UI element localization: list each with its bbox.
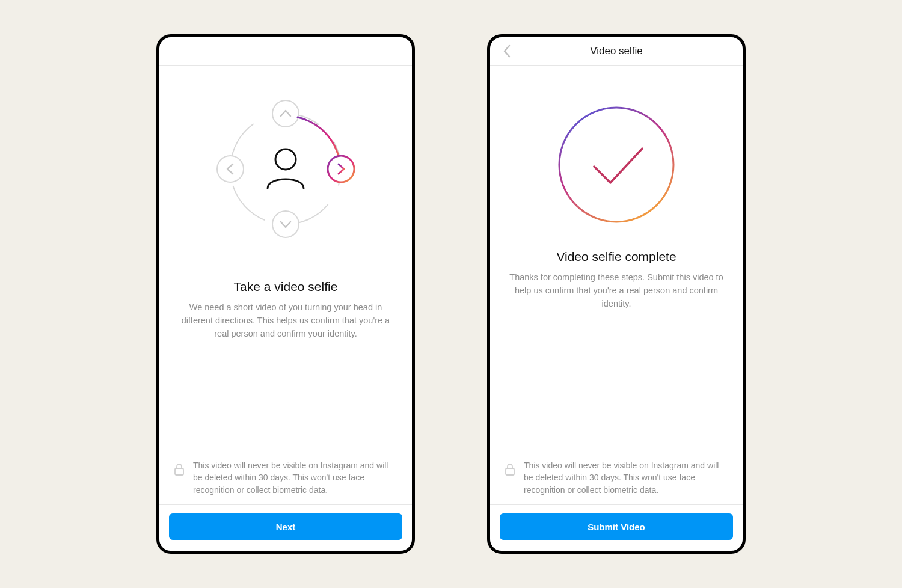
body-text: Thanks for completing these steps. Submi…: [508, 271, 725, 310]
privacy-text: This video will never be visible on Inst…: [193, 459, 397, 496]
direction-right-icon: [298, 117, 354, 182]
topbar: Video selfie: [490, 37, 743, 66]
check-svg: [547, 96, 686, 234]
topbar-title: Video selfie: [590, 45, 643, 57]
svg-rect-6: [175, 468, 183, 475]
direction-down-icon: [272, 211, 299, 237]
direction-left-icon: [217, 156, 244, 182]
topbar-empty: [159, 37, 412, 66]
heading: Take a video selfie: [234, 280, 338, 294]
footer: Submit Video: [490, 505, 743, 551]
svg-point-4: [328, 156, 354, 182]
check-illustration: [547, 96, 686, 236]
svg-point-7: [559, 108, 673, 222]
privacy-row: This video will never be visible on Inst…: [490, 452, 743, 505]
svg-rect-8: [506, 468, 514, 475]
selfie-direction-illustration: [207, 91, 364, 250]
person-icon: [268, 149, 304, 188]
next-button[interactable]: Next: [169, 513, 402, 540]
svg-point-3: [217, 156, 244, 182]
body-text: We need a short video of you turning you…: [177, 301, 394, 340]
svg-point-5: [275, 149, 296, 170]
screen-complete: Video selfie Video selfie complete: [487, 34, 746, 554]
svg-point-1: [272, 100, 299, 127]
direction-up-icon: [272, 100, 299, 127]
content-area: Take a video selfie We need a short vide…: [159, 66, 412, 452]
screen-intro: Take a video selfie We need a short vide…: [156, 34, 415, 554]
chevron-left-icon: [503, 44, 511, 58]
selfie-direction-svg: [207, 91, 364, 247]
content-area: Video selfie complete Thanks for complet…: [490, 66, 743, 452]
svg-point-2: [272, 211, 299, 237]
submit-video-button[interactable]: Submit Video: [500, 513, 733, 540]
lock-icon: [503, 459, 517, 476]
privacy-row: This video will never be visible on Inst…: [159, 452, 412, 505]
lock-icon: [173, 459, 186, 476]
heading: Video selfie complete: [556, 250, 676, 264]
footer: Next: [159, 505, 412, 551]
privacy-text: This video will never be visible on Inst…: [524, 459, 728, 496]
back-button[interactable]: [496, 37, 518, 65]
